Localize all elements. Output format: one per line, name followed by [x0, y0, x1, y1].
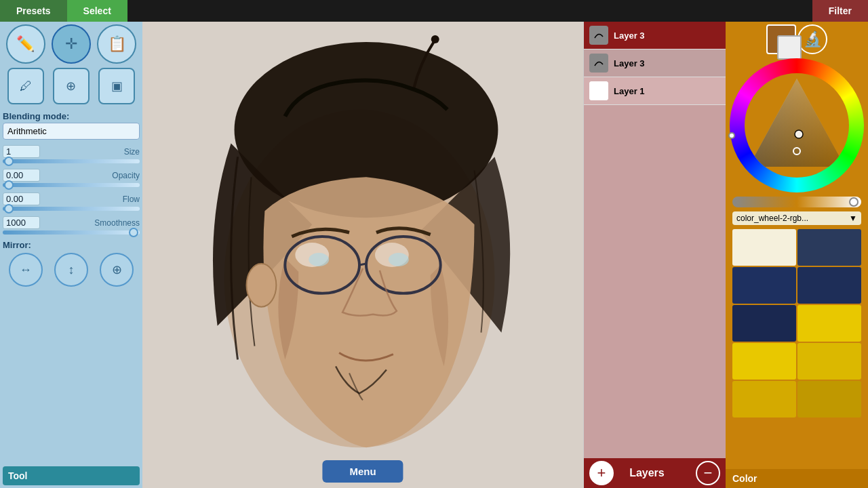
- mirror-x-button[interactable]: ↔: [9, 253, 43, 287]
- brightness-thumb: [849, 197, 859, 207]
- layers-footer: + Layers −: [584, 458, 726, 488]
- left-panel: ✏️ ✛ 📋 🖊 ⊕ ▣ Blending mode: Arithmetic S…: [0, 22, 142, 488]
- smoothness-label: Smoothness: [94, 218, 140, 228]
- tool-icons-row1: ✏️ ✛ 📋: [3, 24, 140, 64]
- right-color-panel: 🔬: [726, 22, 868, 488]
- blending-mode-select[interactable]: Arithmetic: [3, 123, 140, 140]
- color-palette-grid: [732, 229, 861, 418]
- mirror-both-button[interactable]: ⊕: [100, 253, 134, 287]
- palette-swatch-2[interactable]: [732, 267, 796, 304]
- flow-slider-thumb: [4, 204, 14, 214]
- main-area: ✏️ ✛ 📋 🖊 ⊕ ▣ Blending mode: Arithmetic S…: [0, 22, 868, 488]
- svg-line-4: [359, 264, 366, 265]
- palette-swatch-1[interactable]: [797, 229, 861, 266]
- palette-swatch-3[interactable]: [797, 267, 861, 304]
- color-profile-dropdown-icon[interactable]: ▼: [849, 214, 857, 223]
- palette-swatch-8[interactable]: [732, 381, 796, 418]
- top-toolbar: Presets Select Filter: [0, 0, 868, 22]
- color-profile-row: color_wheel-2-rgb... ▼: [732, 211, 861, 225]
- brightness-slider[interactable]: [732, 197, 861, 207]
- palette-swatch-4[interactable]: [732, 305, 796, 342]
- add-layer-button[interactable]: +: [589, 461, 614, 485]
- color-swatches-top: 🔬: [766, 24, 827, 54]
- tool-icon-pencil[interactable]: ✏️: [6, 24, 45, 64]
- palette-swatch-5[interactable]: [797, 305, 861, 342]
- smoothness-param-row: Smoothness: [3, 216, 140, 229]
- layers-panel: Layer 3 Layer 3 Layer 1 + Layers −: [583, 22, 726, 488]
- hue-ring-marker: [728, 132, 735, 139]
- tool-icon-shape[interactable]: ⊕: [53, 68, 90, 104]
- opacity-slider-thumb: [4, 180, 14, 190]
- tool-icon-layers[interactable]: 🖊: [7, 68, 44, 104]
- size-param-row: Size: [3, 145, 140, 158]
- mirror-y-button[interactable]: ↕: [54, 253, 88, 287]
- palette-swatch-9[interactable]: [797, 381, 861, 418]
- mirror-label: Mirror:: [3, 240, 140, 250]
- tool-icon-export[interactable]: 📋: [97, 24, 136, 64]
- smoothness-slider-thumb: [129, 228, 138, 237]
- menu-button[interactable]: Menu: [322, 460, 403, 483]
- size-label: Size: [124, 147, 140, 157]
- layer-1-thumb: [589, 81, 608, 100]
- opacity-label: Opacity: [112, 171, 140, 180]
- opacity-slider[interactable]: [3, 183, 140, 187]
- filter-button[interactable]: Filter: [812, 0, 868, 22]
- layers-title-label: Layers: [629, 467, 665, 479]
- layer-item-1[interactable]: Layer 1: [584, 77, 726, 105]
- color-footer-label: Color: [726, 469, 868, 488]
- tool-icons-row2: 🖊 ⊕ ▣: [3, 68, 140, 104]
- smoothness-input[interactable]: [3, 216, 40, 229]
- size-slider-thumb: [4, 157, 14, 166]
- color-wheel[interactable]: [730, 58, 864, 192]
- svg-marker-15: [749, 79, 845, 167]
- layer-3b-thumb: [589, 54, 608, 73]
- color-profile-name: color_wheel-2-rgb...: [736, 214, 849, 223]
- color-triangle-svg: [745, 73, 849, 178]
- palette-swatch-6[interactable]: [732, 343, 796, 380]
- svg-point-12: [592, 56, 606, 70]
- presets-button[interactable]: Presets: [0, 0, 67, 22]
- canvas-area[interactable]: Menu: [142, 22, 583, 488]
- palette-swatch-7[interactable]: [797, 343, 861, 380]
- eyedropper-button[interactable]: 🔬: [797, 24, 827, 54]
- tool-icon-crosshair[interactable]: ✛: [52, 24, 91, 64]
- svg-point-9: [246, 264, 276, 307]
- opacity-param-row: Opacity: [3, 169, 140, 182]
- canvas-drawing: [142, 22, 583, 488]
- svg-point-7: [309, 253, 329, 266]
- blending-mode-label: Blending mode:: [3, 111, 140, 121]
- layer-item-2[interactable]: Layer 3: [584, 49, 726, 77]
- mirror-icons-row: ↔ ↕ ⊕: [3, 253, 140, 287]
- tool-icon-fill[interactable]: ▣: [98, 68, 135, 104]
- smoothness-slider[interactable]: [3, 230, 140, 235]
- select-button[interactable]: Select: [67, 0, 127, 22]
- svg-point-10: [431, 35, 439, 43]
- flow-label: Flow: [123, 195, 140, 204]
- color-wheel-inner: [745, 73, 849, 178]
- size-slider[interactable]: [3, 159, 140, 163]
- layers-spacer: [584, 105, 726, 458]
- layer-1-name: Layer 1: [614, 86, 645, 96]
- remove-layer-button[interactable]: −: [696, 461, 720, 485]
- palette-swatch-0[interactable]: [732, 229, 796, 266]
- svg-point-16: [795, 130, 803, 138]
- layer-3b-name: Layer 3: [614, 58, 645, 68]
- layer-3a-name: Layer 3: [614, 30, 645, 41]
- flow-slider[interactable]: [3, 207, 140, 211]
- svg-point-8: [389, 253, 409, 266]
- layer-item-active[interactable]: Layer 3: [584, 22, 726, 49]
- flow-param-row: Flow: [3, 192, 140, 205]
- svg-point-11: [592, 28, 606, 42]
- svg-rect-13: [589, 81, 608, 100]
- secondary-color-swatch[interactable]: [777, 35, 802, 60]
- layer-3a-thumb: [589, 26, 608, 45]
- left-footer-label: Tool: [3, 466, 140, 485]
- toolbar-spacer: [127, 0, 812, 22]
